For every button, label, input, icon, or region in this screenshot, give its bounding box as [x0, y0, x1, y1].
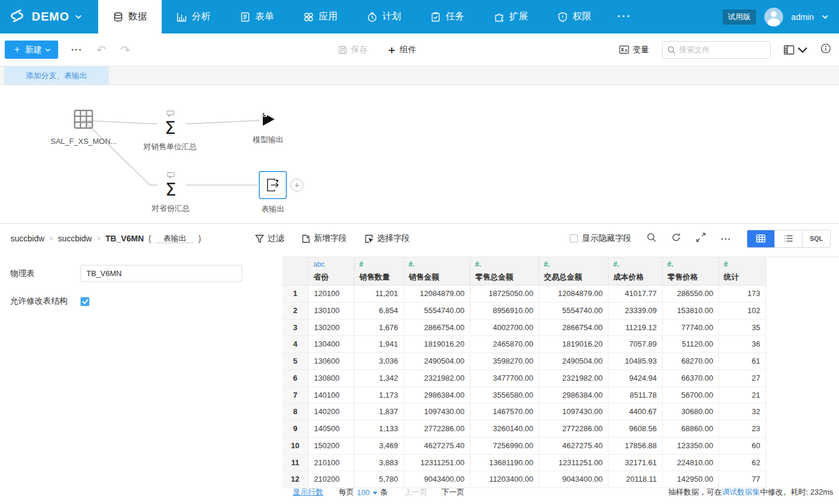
table-row[interactable]: 51306003,0362490504.003598270.002490504.…	[282, 353, 839, 370]
refresh-button[interactable]	[671, 233, 681, 244]
panel-more-button[interactable]: ···	[721, 234, 731, 244]
table-row[interactable]: 112010011,20112084879.0018725050.0012084…	[282, 285, 839, 303]
table-output-selected-box[interactable]	[259, 171, 287, 199]
save-button[interactable]: 保存	[338, 45, 367, 55]
user-name[interactable]: admin	[791, 12, 814, 22]
fullscreen-button[interactable]	[696, 233, 706, 244]
table-cell: 2490504.00	[404, 353, 470, 370]
column-header-7[interactable]: #.零售价格	[663, 257, 719, 285]
file-search-input[interactable]	[679, 45, 761, 54]
column-header-5[interactable]: #.交易总金额	[539, 257, 609, 285]
column-name: 零售总金额	[475, 272, 534, 283]
physical-table-input[interactable]	[81, 265, 242, 282]
table-cell: 13681190.00	[470, 455, 539, 472]
nav-tab-more[interactable]: ···	[606, 0, 643, 33]
table-row[interactable]: 21301006,8545554740.008956910.005554740.…	[282, 303, 839, 320]
table-cell: 2490504.00	[539, 353, 609, 370]
component-button[interactable]: ＋ 组件	[386, 43, 416, 57]
breadcrumb-item[interactable]: succbidw	[58, 234, 92, 243]
table-cell: 2866754.00	[539, 320, 609, 337]
checkbox-unchecked[interactable]	[570, 234, 578, 243]
user-chevron-down-icon[interactable]	[822, 15, 828, 19]
select-field-button[interactable]: 选择字段	[365, 233, 410, 244]
expand-icon	[696, 233, 706, 242]
view-grid-button[interactable]	[747, 230, 775, 247]
node-aggregate-province[interactable]: Σ 对省份汇总	[152, 170, 190, 214]
redo-icon[interactable]: ↷	[121, 43, 131, 57]
node-model-output[interactable]: 模型输出	[253, 111, 283, 145]
per-page-value[interactable]: 100	[357, 488, 370, 497]
filter-button[interactable]: 过滤	[255, 233, 284, 244]
table-cell: 61	[719, 353, 766, 370]
nav-tab-label: 权限	[573, 11, 591, 23]
table-row[interactable]: 91405001,1332772286.003260140.002772286.…	[282, 421, 839, 438]
doc-tab-active[interactable]: 添加分支、表输出	[4, 66, 109, 85]
table-grid-icon	[73, 109, 94, 132]
table-cell: 102	[719, 303, 766, 320]
view-sql-button[interactable]: SQL	[803, 230, 830, 247]
nav-tab-tasks[interactable]: 任务	[416, 0, 479, 33]
show-row-count-link[interactable]: 显示行数	[293, 487, 323, 498]
avatar[interactable]	[764, 8, 783, 26]
breadcrumb-item[interactable]: succbidw	[11, 234, 45, 243]
table-row[interactable]: 31302001,6762866754.004002700.002866754.…	[282, 320, 839, 337]
nav-tab-clock[interactable]: 计划	[352, 0, 416, 33]
table-row[interactable]: 81402001,8371097430.001467570.001097430.…	[282, 404, 839, 421]
toolbar-more-button[interactable]: ···	[71, 45, 82, 55]
allow-modify-checkbox-checked[interactable]	[81, 297, 89, 306]
nav-tab-form[interactable]: 表单	[225, 0, 289, 33]
table-cell: 2866754.00	[404, 320, 470, 337]
breadcrumb: succbidw > succbidw > TB_V6MN ( )	[11, 234, 201, 243]
show-hidden-fields-checkbox[interactable]: 显示隐藏字段	[570, 233, 631, 244]
next-page-button[interactable]: 下一页	[442, 487, 464, 498]
node-name-input[interactable]	[156, 234, 193, 243]
new-button[interactable]: ＋ 新建	[5, 41, 58, 59]
debug-dataset-link[interactable]: 调试数据集	[722, 488, 760, 496]
add-field-button[interactable]: 新增字段	[302, 233, 347, 244]
table-row[interactable]: 41304001,9411819016.202465870.001819016.…	[282, 336, 839, 353]
flow-canvas[interactable]: SAL_F_XS_MON... Σ 对销售单位汇总 模型输出 Σ 对省份汇总	[0, 85, 839, 224]
nav-tab-chart[interactable]: 分析	[162, 0, 225, 33]
brand[interactable]: DEMO	[0, 0, 98, 33]
table-row[interactable]: 112101003,88312311251.0013681190.0012311…	[282, 455, 839, 472]
table-row[interactable]: 61308001,3422321982.003477700.002321982.…	[282, 370, 839, 387]
column-header-1[interactable]: abc省份	[309, 257, 355, 285]
undo-icon[interactable]: ↶	[96, 43, 106, 57]
data-grid-area: abc省份#销售数量#.销售金额#.零售总金额#.交易总金额#.成本价格#.零售…	[282, 253, 839, 488]
row-number: 7	[282, 387, 309, 404]
view-list-button[interactable]	[775, 230, 803, 247]
table-cell: 8511.78	[609, 387, 663, 404]
prev-page-button[interactable]: 上一页	[405, 487, 427, 498]
column-header-8[interactable]: #统计	[719, 257, 766, 285]
nav-tab-database[interactable]: 数据	[98, 0, 162, 33]
table-cell: 3260140.00	[470, 421, 539, 438]
column-header-4[interactable]: #.零售总金额	[470, 257, 539, 285]
node-source-table[interactable]: SAL_F_XS_MON...	[51, 109, 117, 146]
row-number: 8	[282, 404, 309, 421]
column-header-2[interactable]: #销售数量	[355, 257, 404, 285]
add-node-plus-icon[interactable]: +	[290, 179, 303, 191]
table-cell: 66370.00	[663, 370, 719, 387]
table-search-button[interactable]	[647, 233, 656, 244]
table-cell: 1819016.20	[404, 336, 470, 353]
table-cell: 3598270.00	[470, 353, 539, 370]
nav-tab-puzzle[interactable]: 扩展	[479, 0, 543, 33]
table-row[interactable]: 71401001,1732986384.003556580.002986384.…	[282, 387, 839, 404]
caret-down-icon[interactable]	[373, 492, 377, 495]
nav-tabs: 数据分析表单应用计划任务扩展权限	[98, 0, 606, 33]
column-header-3[interactable]: #.销售金额	[404, 257, 470, 285]
info-button[interactable]	[821, 43, 831, 56]
node-aggregate-sales-unit[interactable]: Σ 对销售单位汇总	[143, 109, 197, 152]
nav-tab-shield[interactable]: 权限	[543, 0, 606, 33]
layout-toggle-button[interactable]	[784, 45, 808, 55]
table-cell: 23	[719, 421, 766, 438]
table-row[interactable]: 101502003,4694627275.407256990.004627275…	[282, 438, 839, 455]
nav-tab-apps[interactable]: 应用	[289, 0, 352, 33]
node-table-output-selected[interactable]: 表输出	[259, 171, 287, 214]
column-header-6[interactable]: #.成本价格	[609, 257, 663, 285]
play-icon	[260, 111, 276, 130]
sigma-icon: Σ	[165, 181, 176, 199]
numeric-type-icon: #.	[475, 261, 534, 268]
row-number: 5	[282, 353, 309, 370]
variable-button[interactable]: 变量	[619, 45, 649, 55]
